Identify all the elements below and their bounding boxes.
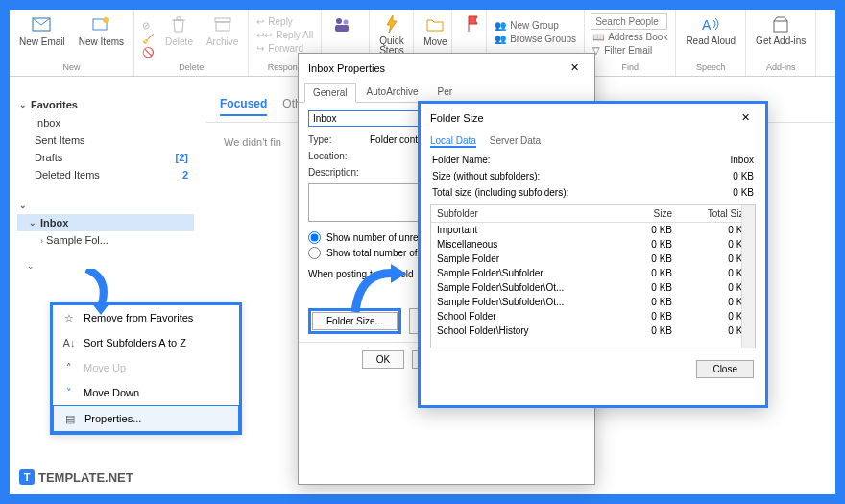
show-unread-radio[interactable] [308, 231, 321, 244]
dialog-title: Folder Size [430, 112, 484, 124]
cell-name: School Folder [431, 309, 631, 324]
chevron-down-icon: ⌄ [19, 201, 27, 210]
search-people-input[interactable] [591, 13, 667, 30]
label: Move [423, 36, 447, 47]
outlook-window: New Email New Items New ⊘🧹🚫 Delete Archi… [10, 10, 835, 494]
table-row[interactable]: Miscellaneous0 KB0 KB [431, 237, 755, 252]
reply-all-button[interactable]: ↩↩Reply All [254, 29, 315, 41]
count-badge: 2 [182, 169, 188, 180]
get-addins-button[interactable]: Get Add-ins [752, 12, 809, 48]
cell-size: 0 KB [631, 280, 678, 295]
svg-point-5 [336, 18, 342, 24]
cell-name: Sample Folder\Subfolder\Ot... [431, 295, 631, 309]
tab-local-data[interactable]: Local Data [430, 135, 476, 148]
ctx-sort-subfolders[interactable]: A↓Sort Subfolders A to Z [53, 330, 239, 355]
label: New Group [510, 20, 559, 31]
col-size[interactable]: Size [631, 205, 678, 223]
subfolder-table-wrap: Subfolder Size Total Size Important0 KB0… [430, 204, 756, 348]
quick-steps-button[interactable]: Quick Steps [375, 12, 408, 58]
new-group-button[interactable]: 👥New Group [493, 19, 578, 32]
table-row[interactable]: Important0 KB0 KB [431, 223, 755, 238]
label: Properties... [84, 413, 141, 424]
reply-icon: ↩ [256, 16, 264, 27]
people-icon: 👥 [495, 20, 506, 31]
archive-icon [212, 13, 233, 35]
tab-autoarchive[interactable]: AutoArchive [358, 82, 427, 102]
new-items-icon [90, 13, 111, 35]
folder-size-tabs: Local Data Server Data [421, 132, 765, 152]
label: New Items [79, 36, 124, 47]
close-button[interactable]: ✕ [565, 60, 585, 76]
cell-name: Miscellaneous [431, 237, 631, 252]
cell-size: 0 KB [631, 237, 678, 252]
ctx-properties[interactable]: ▤Properties... [53, 405, 239, 432]
close-button[interactable]: ✕ [736, 109, 756, 126]
folder-name-label: Folder Name: [432, 155, 491, 165]
label: Favorites [31, 99, 78, 110]
cell-size: 0 KB [631, 266, 678, 280]
tab-focused[interactable]: Focused [220, 97, 267, 116]
forward-icon: ↪ [256, 43, 264, 54]
filter-email-button[interactable]: ▽Filter Email [591, 44, 669, 57]
share-button[interactable] [327, 12, 356, 36]
tab-permissions[interactable]: Per [429, 82, 462, 102]
label: Sample Fol... [46, 234, 109, 246]
favorites-header[interactable]: ⌄Favorites [17, 95, 194, 114]
tab-general[interactable]: General [304, 83, 356, 103]
type-value: Folder conta [370, 134, 423, 145]
group-label: Find [591, 62, 669, 74]
browse-groups-button[interactable]: 👥Browse Groups [493, 33, 578, 45]
account-header[interactable]: ⌄ [17, 197, 194, 214]
col-subfolder[interactable]: Subfolder [431, 205, 631, 223]
ctx-move-down[interactable]: ˅Move Down [53, 380, 239, 405]
table-row[interactable]: Sample Folder\Subfolder0 KB0 KB [431, 266, 755, 280]
label: Address Book [608, 32, 667, 42]
label: Archive [206, 36, 238, 47]
total-size-value: 0 KB [733, 187, 754, 198]
description-label: Description: [308, 167, 362, 178]
star-remove-icon: ☆ [62, 311, 76, 324]
label: Show number of unrea [326, 232, 423, 243]
sidebar-item-drafts[interactable]: Drafts[2] [17, 149, 194, 166]
cell-size: 0 KB [631, 295, 678, 309]
table-row[interactable]: Sample Folder\Subfolder\Ot...0 KB0 KB [431, 295, 755, 309]
label: Sort Subfolders A to Z [84, 337, 186, 348]
close-dialog-button[interactable]: Close [696, 360, 754, 378]
new-email-button[interactable]: New Email [15, 12, 69, 49]
tags-button[interactable] [458, 12, 487, 36]
sidebar-item-deleted[interactable]: Deleted Items2 [17, 166, 194, 183]
group-label: New [15, 62, 128, 74]
sidebar-inbox-expanded[interactable]: ⌄Inbox [17, 214, 194, 231]
cell-name: Sample Folder\Subfolder\Ot... [431, 280, 631, 295]
properties-icon: ▤ [63, 412, 77, 425]
ok-button[interactable]: OK [362, 350, 404, 369]
new-items-button[interactable]: New Items [75, 12, 128, 49]
delete-button[interactable]: Delete [161, 12, 197, 49]
tab-server-data[interactable]: Server Data [490, 135, 541, 148]
sidebar-item-inbox[interactable]: Inbox [17, 114, 194, 132]
label: Sent Items [35, 134, 85, 146]
dialog-titlebar: Folder Size ✕ [421, 104, 765, 132]
folder-move-icon [424, 13, 446, 35]
read-aloud-button[interactable]: ARead Aloud [682, 12, 739, 48]
reply-button[interactable]: ↩Reply [254, 15, 315, 28]
move-button[interactable]: Move [420, 12, 450, 49]
show-total-radio[interactable] [308, 247, 321, 259]
store-icon [770, 13, 791, 35]
table-row[interactable]: School Folder\History0 KB0 KB [431, 324, 755, 338]
cell-size: 0 KB [631, 252, 678, 266]
sidebar-item-sent[interactable]: Sent Items [17, 132, 194, 149]
cell-name: Sample Folder [431, 252, 631, 266]
sidebar-item-sample[interactable]: › Sample Fol... [17, 231, 194, 249]
svg-point-6 [344, 20, 349, 25]
archive-button[interactable]: Archive [203, 12, 242, 49]
cell-name: Important [431, 223, 631, 238]
ribbon-group-speech: ARead Aloud Speech [676, 10, 746, 76]
scrollbar[interactable] [741, 205, 755, 348]
address-book-button[interactable]: 📖Address Book [591, 31, 669, 43]
table-row[interactable]: School Folder0 KB0 KB [431, 309, 755, 324]
table-row[interactable]: Sample Folder\Subfolder\Ot...0 KB0 KB [431, 280, 755, 295]
table-row[interactable]: Sample Folder0 KB0 KB [431, 252, 755, 266]
cell-name: Sample Folder\Subfolder [431, 266, 631, 280]
folder-context-menu: ☆Remove from Favorites A↓Sort Subfolders… [50, 302, 242, 435]
